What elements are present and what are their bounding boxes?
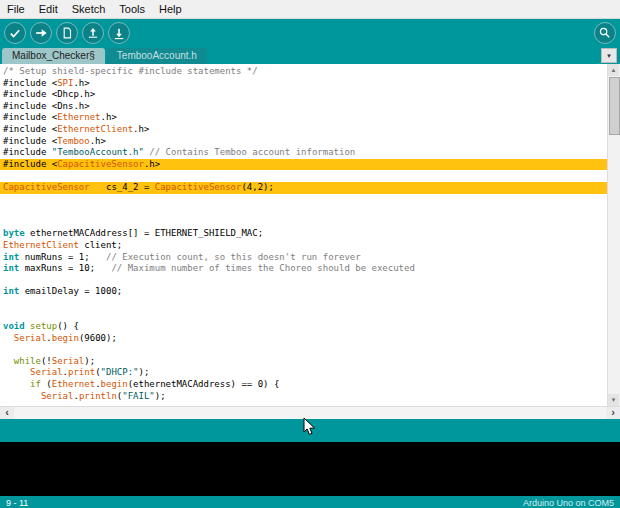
code-line — [0, 344, 608, 356]
code-line: #include <CapacitiveSensor.h> — [0, 159, 608, 171]
code-line: Serial.begin(9600); — [0, 333, 608, 345]
arduino-ide-window: File Edit Sketch Tools Help — [0, 0, 620, 508]
vertical-scrollbar-thumb[interactable] — [609, 77, 620, 135]
status-bar: 9 - 11 Arduino Uno on COM5 — [0, 496, 620, 508]
code-line: #include <Dns.h> — [0, 101, 608, 113]
code-line: #include "TembooAccount.h" // Contains T… — [0, 147, 608, 159]
code-line: byte ethernetMACAddress[] = ETHERNET_SHI… — [0, 228, 608, 240]
scroll-left-icon[interactable]: ‹ — [0, 407, 14, 419]
menu-help[interactable]: Help — [152, 0, 189, 18]
document-icon — [60, 26, 74, 40]
code-line — [0, 217, 608, 229]
save-sketch-button[interactable] — [108, 22, 130, 44]
upload-button[interactable] — [30, 22, 52, 44]
code-line: #include <Temboo.h> — [0, 136, 608, 148]
tab-menu-button[interactable]: ▼ — [601, 48, 617, 63]
toolbar — [0, 19, 620, 46]
board-port-indicator: Arduino Uno on COM5 — [523, 498, 614, 508]
code-line: /* Setup shield-specific #include statem… — [0, 66, 608, 78]
code-line: int emailDelay = 1000; — [0, 286, 608, 298]
check-icon — [8, 26, 22, 40]
code-line: EthernetClient client; — [0, 240, 608, 252]
code-editor[interactable]: /* Setup shield-specific #include statem… — [0, 64, 608, 406]
menu-file[interactable]: File — [0, 0, 32, 18]
code-line — [0, 309, 608, 321]
code-line: int numRuns = 1; // Execution count, so … — [0, 252, 608, 264]
code-line — [0, 205, 608, 217]
editor-pane: /* Setup shield-specific #include statem… — [0, 64, 620, 406]
status-message-strip — [0, 419, 620, 442]
code-line: #include <EthernetClient.h> — [0, 124, 608, 136]
menu-edit[interactable]: Edit — [32, 0, 65, 18]
verify-button[interactable] — [4, 22, 26, 44]
code-line: while(!Serial); — [0, 356, 608, 368]
code-line: CapacitiveSensor cs_4_2 = CapacitiveSens… — [0, 182, 608, 194]
menu-tools[interactable]: Tools — [112, 0, 152, 18]
code-line: #include <SPI.h> — [0, 78, 608, 90]
magnifier-icon — [598, 26, 612, 40]
code-line: #include <Dhcp.h> — [0, 89, 608, 101]
menu-bar: File Edit Sketch Tools Help — [0, 0, 620, 19]
arrow-right-icon — [34, 26, 48, 40]
code-line: #include <Ethernet.h> — [0, 112, 608, 124]
open-sketch-button[interactable] — [82, 22, 104, 44]
serial-monitor-button[interactable] — [594, 22, 616, 44]
arrow-down-icon — [112, 26, 126, 40]
chevron-down-icon: ▼ — [606, 53, 612, 59]
scroll-up-icon[interactable]: ▲ — [608, 64, 619, 76]
code-line — [0, 170, 608, 182]
horizontal-scrollbar[interactable]: ‹ › — [0, 406, 620, 419]
code-line: int maxRuns = 10; // Maximum number of t… — [0, 263, 608, 275]
vertical-scrollbar[interactable]: ▲ ▼ — [607, 64, 620, 406]
code-line: Serial.print("DHCP:"); — [0, 367, 608, 379]
arrow-up-icon — [86, 26, 100, 40]
code-line: void setup() { — [0, 321, 608, 333]
tab-bar: Mailbox_Checker§ TembooAccount.h ▼ — [0, 46, 620, 64]
scroll-down-icon[interactable]: ▼ — [608, 394, 619, 406]
code-line — [0, 298, 608, 310]
code-line — [0, 194, 608, 206]
scroll-right-icon[interactable]: › — [606, 407, 620, 419]
code-line: Serial.println("FAIL"); — [0, 391, 608, 403]
console-output — [0, 442, 620, 496]
tab-temboo-account[interactable]: TembooAccount.h — [107, 48, 207, 64]
code-line: if (Ethernet.begin(ethernetMACAddress) =… — [0, 379, 608, 391]
line-number-indicator: 9 - 11 — [6, 498, 28, 508]
menu-sketch[interactable]: Sketch — [65, 0, 113, 18]
new-sketch-button[interactable] — [56, 22, 78, 44]
tab-mailbox-checker[interactable]: Mailbox_Checker§ — [2, 48, 105, 64]
code-line — [0, 275, 608, 287]
